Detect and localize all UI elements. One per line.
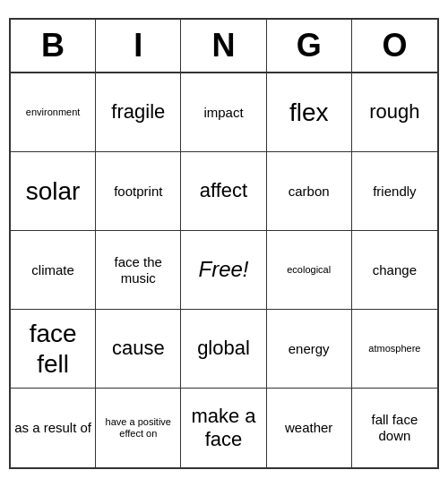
header-letter-N: N <box>181 20 266 72</box>
bingo-cell-3: flex <box>267 73 352 152</box>
bingo-cell-0: environment <box>11 73 96 152</box>
bingo-cell-18: energy <box>267 310 352 389</box>
cell-text-14: change <box>373 262 417 278</box>
cell-text-2: impact <box>203 105 243 121</box>
cell-text-0: environment <box>26 107 81 118</box>
cell-text-17: global <box>197 337 250 360</box>
bingo-cell-14: change <box>352 231 437 310</box>
cell-text-13: ecological <box>287 264 331 276</box>
cell-text-12: Free! <box>198 257 248 283</box>
cell-text-4: rough <box>369 100 419 124</box>
bingo-cell-21: have a positive effect on <box>96 389 181 467</box>
bingo-cell-10: climate <box>11 231 96 310</box>
cell-text-20: as a result of <box>14 420 91 436</box>
header-letter-O: O <box>352 20 437 72</box>
cell-text-11: face the music <box>99 254 177 286</box>
bingo-card: BINGO environmentfragileimpactflexroughs… <box>9 18 439 469</box>
cell-text-9: friendly <box>373 184 416 200</box>
cell-text-8: carbon <box>289 184 330 200</box>
bingo-cell-22: make a face <box>181 389 266 467</box>
bingo-cell-9: friendly <box>352 152 437 231</box>
bingo-grid: environmentfragileimpactflexroughsolarfo… <box>11 73 437 467</box>
bingo-cell-15: face fell <box>11 310 96 389</box>
cell-text-5: solar <box>26 176 81 207</box>
cell-text-15: face fell <box>14 319 91 379</box>
cell-text-1: fragile <box>111 100 165 124</box>
bingo-cell-19: atmosphere <box>352 310 437 389</box>
bingo-cell-4: rough <box>352 73 437 152</box>
bingo-cell-17: global <box>181 310 266 389</box>
cell-text-18: energy <box>289 341 330 357</box>
cell-text-23: weather <box>285 420 332 436</box>
bingo-cell-8: carbon <box>267 152 352 231</box>
bingo-cell-7: affect <box>181 152 266 231</box>
cell-text-19: atmosphere <box>368 343 420 355</box>
bingo-cell-24: fall face down <box>352 389 437 467</box>
bingo-cell-20: as a result of <box>11 389 96 467</box>
cell-text-10: climate <box>31 262 74 278</box>
cell-text-22: make a face <box>185 405 262 452</box>
bingo-header: BINGO <box>11 20 437 73</box>
bingo-cell-13: ecological <box>267 231 352 310</box>
bingo-cell-23: weather <box>267 389 352 467</box>
header-letter-G: G <box>267 20 352 72</box>
cell-text-7: affect <box>200 179 247 202</box>
header-letter-I: I <box>96 20 181 72</box>
cell-text-21: have a positive effect on <box>99 416 177 440</box>
bingo-cell-1: fragile <box>96 73 181 152</box>
bingo-cell-5: solar <box>11 152 96 231</box>
cell-text-6: footprint <box>114 184 162 200</box>
bingo-cell-12: Free! <box>181 231 266 310</box>
header-letter-B: B <box>11 20 96 72</box>
bingo-cell-11: face the music <box>96 231 181 310</box>
bingo-cell-6: footprint <box>96 152 181 231</box>
cell-text-24: fall face down <box>356 412 434 444</box>
bingo-cell-16: cause <box>96 310 181 389</box>
cell-text-3: flex <box>289 98 329 128</box>
cell-text-16: cause <box>112 337 165 360</box>
bingo-cell-2: impact <box>181 73 266 152</box>
